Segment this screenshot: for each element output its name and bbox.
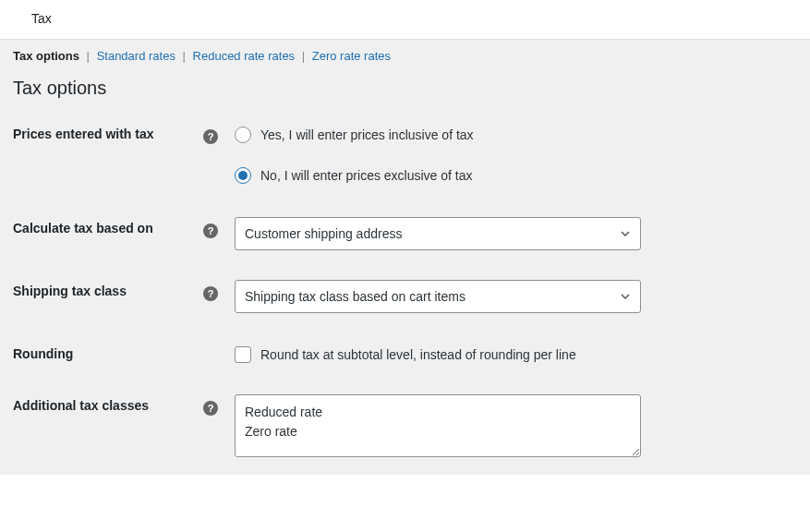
help-icon[interactable]: ?	[203, 401, 218, 416]
subnav-separator: |	[87, 49, 90, 63]
chevron-down-icon	[620, 228, 631, 239]
radio-icon	[235, 127, 251, 143]
label-additional-tax-classes: Additional tax classes	[0, 380, 203, 475]
select-value: Customer shipping address	[245, 226, 402, 241]
textarea-additional-tax-classes[interactable]	[235, 394, 641, 457]
radio-prices-exclusive[interactable]: No, I will enter prices exclusive of tax	[235, 163, 773, 187]
label-rounding: Rounding	[0, 328, 203, 380]
subnav-separator: |	[183, 49, 186, 63]
label-calculate-tax-based-on: Calculate tax based on	[0, 202, 203, 265]
help-icon[interactable]: ?	[203, 129, 218, 144]
select-calculate-tax-based-on[interactable]: Customer shipping address	[235, 217, 641, 250]
label-prices-with-tax: Prices entered with tax	[0, 108, 203, 202]
radio-icon	[235, 167, 251, 184]
label-shipping-tax-class: Shipping tax class	[0, 265, 203, 328]
page-title: Tax	[31, 11, 52, 26]
chevron-down-icon	[620, 291, 631, 302]
subnav-active: Tax options	[13, 49, 79, 63]
subnav-standard-rates[interactable]: Standard rates	[97, 49, 175, 63]
help-icon[interactable]: ?	[203, 286, 218, 301]
help-icon[interactable]: ?	[203, 224, 218, 238]
select-shipping-tax-class[interactable]: Shipping tax class based on cart items	[235, 280, 641, 313]
checkbox-rounding[interactable]: Round tax at subtotal level, instead of …	[235, 343, 773, 363]
radio-prices-inclusive[interactable]: Yes, I will enter prices inclusive of ta…	[235, 123, 773, 147]
checkbox-label: Round tax at subtotal level, instead of …	[260, 347, 576, 362]
subnav-zero-rate-rates[interactable]: Zero rate rates	[312, 49, 391, 63]
settings-form-table: Prices entered with tax ? Yes, I will en…	[0, 108, 810, 475]
checkbox-icon	[235, 346, 251, 363]
radio-label: No, I will enter prices exclusive of tax	[260, 168, 473, 183]
radio-label: Yes, I will enter prices inclusive of ta…	[260, 127, 474, 142]
select-value: Shipping tax class based on cart items	[245, 289, 465, 304]
section-title: Tax options	[0, 72, 810, 108]
subnav-separator: |	[302, 49, 305, 63]
subnav-reduced-rate-rates[interactable]: Reduced rate rates	[193, 49, 296, 63]
header: Tax	[0, 0, 810, 40]
subnav: Tax options | Standard rates | Reduced r…	[0, 40, 810, 72]
settings-body: Tax options | Standard rates | Reduced r…	[0, 40, 810, 475]
